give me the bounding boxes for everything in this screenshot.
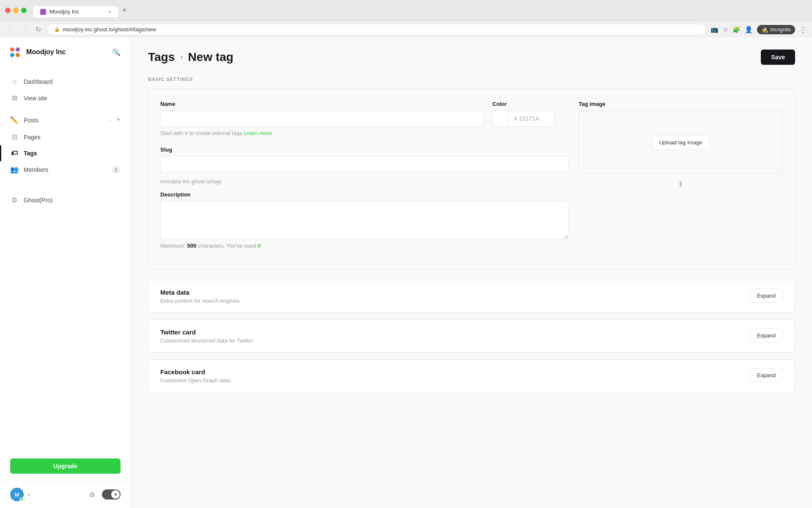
ssl-lock-icon: 🔒 [54,27,60,32]
twitter-card-section: Twitter card Customized structured data … [148,320,795,353]
slug-input[interactable] [160,156,568,172]
color-swatch[interactable] [492,110,508,127]
sidebar-item-members[interactable]: 👥 Members 2 [0,161,131,178]
forward-button[interactable]: → [19,25,30,34]
tag-image-upload-area[interactable]: Upload tag image [579,110,783,174]
theme-toggle-knob: ☀ [111,490,120,499]
sidebar-item-pages[interactable]: ⊟ Pages [0,129,131,145]
meta-data-info: Meta data Extra content for search engin… [160,289,750,304]
sidebar-item-view-site[interactable]: ⊞ View site [0,90,131,106]
app-container: Moodjoy Inc 🔍 ⌂ Dashboard ⊞ View site ✏️… [0,38,812,508]
members-badge: 2 [111,166,121,173]
twitter-card-info: Twitter card Customized structured data … [160,329,750,344]
meta-data-title: Meta data [160,289,750,296]
sidebar-brand[interactable]: Moodjoy Inc [10,46,66,58]
twitter-card-expand-button[interactable]: Expand [750,329,783,342]
char-count: Maximum: 500 characters. You've used 0 [160,243,568,249]
add-post-button[interactable]: + [116,116,121,124]
bookmark-icon[interactable]: ☆ [723,26,728,33]
breadcrumb-tags-link[interactable]: Tags [148,50,175,64]
url-text: moodjoy-inc.ghost.io/ghost/#/tags/new [63,26,156,33]
tab-title: Moodjoy Inc [49,8,79,15]
sidebar-item-dashboard-label: Dashboard [24,78,121,85]
sidebar-item-tags[interactable]: 🏷 Tags [0,145,131,161]
twitter-card-title: Twitter card [160,329,750,336]
chrome-profile-icon[interactable]: 👤 [745,26,753,33]
sidebar-item-posts-label: Posts [24,117,104,124]
name-hint: Start with # to create internal tags Lea… [160,130,484,136]
basic-settings-title: BASIC SETTINGS [148,77,795,82]
sidebar-item-posts[interactable]: ✏️ Posts › + [0,111,131,129]
reload-button[interactable]: ↻ [34,25,43,34]
learn-more-link[interactable]: Learn more [244,130,272,136]
user-status-indicator [20,497,24,501]
char-used: 0 [258,243,261,249]
back-button[interactable]: ← [5,25,15,34]
facebook-card-title: Facebook card [160,368,750,375]
sidebar-item-dashboard[interactable]: ⌂ Dashboard [0,74,131,90]
ghost-pro-icon: ⚙ [10,196,19,204]
maximize-window-button[interactable] [21,8,27,13]
color-input[interactable] [508,110,555,127]
browser-actions: 📺 ☆ 🧩 👤 🕵️ Incognito ⋮ [710,25,807,34]
brand-dot-red [10,47,14,52]
breadcrumb-arrow: › [180,52,183,63]
theme-toggle[interactable]: ☀ [102,489,121,500]
minimize-window-button[interactable] [13,8,19,13]
color-form-group: Color [492,101,568,136]
description-input[interactable] [160,201,568,239]
sidebar-footer: M ∨ ⚙ ☀ [0,480,131,508]
upgrade-button[interactable]: Upgrade [10,458,121,474]
members-icon: 👥 [10,166,19,174]
address-bar[interactable]: 🔒 moodjoy-inc.ghost.io/ghost/#/tags/new [47,24,706,35]
sidebar-item-ghost-pro[interactable]: ⚙ Ghost(Pro) [0,192,131,208]
close-window-button[interactable] [5,8,11,13]
description-label: Description [160,191,568,198]
tags-icon: 🏷 [10,149,19,157]
cast-icon[interactable]: 📺 [710,26,719,33]
page-body: BASIC SETTINGS Name Start with # to crea… [131,77,812,416]
extensions-icon[interactable]: 🧩 [732,26,741,33]
name-label: Name [160,101,484,107]
browser-chrome: Moodjoy Inc × + ← → ↻ 🔒 moodjoy-inc.ghos… [0,0,812,38]
user-menu[interactable]: M ∨ [10,488,31,501]
facebook-card-expand-button[interactable]: Expand [750,368,783,382]
user-avatar: M [10,488,24,501]
tab-close-button[interactable]: × [108,9,111,15]
pages-icon: ⊟ [10,133,19,141]
incognito-label: Incognito [770,27,791,33]
user-chevron-icon: ∨ [27,491,31,497]
sidebar-item-pages-label: Pages [24,134,121,141]
active-tab[interactable]: Moodjoy Inc × [33,6,118,17]
facebook-card-section: Facebook card Customize Open Graph data.… [148,359,795,392]
main-content: Tags › New tag Save BASIC SETTINGS Name [131,38,812,508]
sidebar-item-members-label: Members [24,166,106,173]
tab-favicon [40,9,46,15]
sidebar-footer-actions: ⚙ ☀ [89,489,121,500]
brand-dot-orange [16,53,20,57]
meta-data-expand-button[interactable]: Expand [750,289,783,303]
description-form-group: Description Maximum: 500 characters. You… [160,191,568,249]
browser-toolbar: ← → ↻ 🔒 moodjoy-inc.ghost.io/ghost/#/tag… [0,21,812,38]
settings-icon[interactable]: ⚙ [89,491,95,499]
browser-more-button[interactable]: ⋮ [799,25,807,34]
upload-tag-image-button[interactable]: Upload tag image [652,135,710,149]
name-color-row: Name Start with # to create internal tag… [160,101,568,136]
sidebar-header: Moodjoy Inc 🔍 [0,38,131,67]
search-button[interactable]: 🔍 [112,48,121,56]
save-button[interactable]: Save [761,50,795,65]
brand-dot-blue [10,53,14,57]
slug-label: Slug [160,146,568,153]
page-title: New tag [188,50,233,64]
browser-titlebar: Moodjoy Inc × + [0,0,812,21]
incognito-icon: 🕵️ [761,26,768,33]
new-tab-button[interactable]: + [118,3,131,17]
brand-icon [10,46,22,58]
name-input[interactable] [160,110,484,127]
sidebar-item-ghost-pro-label: Ghost(Pro) [24,197,121,204]
posts-icon: ✏️ [10,116,19,124]
incognito-badge: 🕵️ Incognito [757,25,795,34]
tag-image-label: Tag image [579,101,783,107]
brand-name: Moodjoy Inc [26,48,66,56]
dashboard-icon: ⌂ [10,78,19,86]
